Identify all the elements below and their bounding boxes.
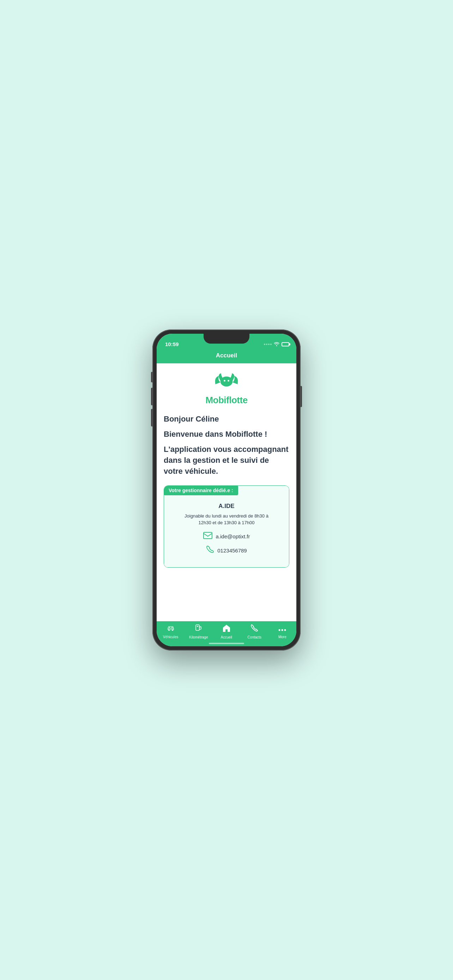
home-indicator xyxy=(209,643,244,644)
svg-point-13 xyxy=(285,629,286,631)
svg-point-1 xyxy=(224,380,226,382)
logo-container: Mobiflotte xyxy=(164,372,289,406)
svg-rect-6 xyxy=(169,627,170,628)
dots-icon xyxy=(278,624,286,633)
nav-header: Accueil xyxy=(157,349,296,363)
manager-badge: Votre gestionnaire dédié.e : xyxy=(164,485,238,495)
home-icon xyxy=(222,624,231,634)
power-button xyxy=(300,386,302,407)
tab-kilometrage-label: Kilométrage xyxy=(189,635,208,639)
svg-point-2 xyxy=(227,380,229,382)
welcome-text: Bienvenue dans Mobiflotte ! xyxy=(164,430,289,439)
svg-rect-8 xyxy=(196,625,199,630)
manager-card: Votre gestionnaire dédié.e : A.IDE Joign… xyxy=(164,485,289,568)
email-icon xyxy=(203,532,212,541)
wifi-icon xyxy=(274,342,280,347)
svg-rect-7 xyxy=(172,627,173,628)
phone-row[interactable]: 0123456789 xyxy=(170,546,283,556)
greeting-text: Bonjour Céline xyxy=(164,414,289,425)
main-content: Mobiflotte Bonjour Céline Bienvenue dans… xyxy=(157,363,296,621)
phone-tab-icon xyxy=(251,624,258,634)
tab-contacts-label: Contacts xyxy=(247,635,261,639)
tab-accueil[interactable]: Accueil xyxy=(216,624,237,639)
email-row[interactable]: a.ide@optixt.fr xyxy=(170,532,283,541)
fuel-icon xyxy=(195,624,202,634)
phone-text: 0123456789 xyxy=(217,547,246,554)
mobiflotte-logo-icon xyxy=(212,372,241,393)
tab-kilometrage[interactable]: Kilométrage xyxy=(188,624,209,639)
svg-point-11 xyxy=(279,629,280,631)
logo-text: Mobiflotte xyxy=(205,395,247,406)
notch xyxy=(203,334,250,344)
page-title: Accueil xyxy=(216,352,237,359)
silent-button xyxy=(151,372,153,382)
tab-more[interactable]: More xyxy=(272,624,293,639)
status-time: 10:59 xyxy=(164,341,178,347)
car-icon xyxy=(167,624,175,633)
status-icons xyxy=(264,342,289,347)
email-text: a.ide@optixt.fr xyxy=(216,533,250,539)
battery-icon xyxy=(281,342,289,347)
manager-card-body: A.IDE Joignable du lundi au vendredi de … xyxy=(164,486,289,567)
manager-name: A.IDE xyxy=(170,503,283,510)
description-text: L'application vous accompagnant dans la … xyxy=(164,444,289,477)
volume-down-button xyxy=(151,409,153,426)
tab-vehicules[interactable]: Véhicules xyxy=(160,624,181,639)
signal-icon xyxy=(264,344,272,345)
volume-up-button xyxy=(151,388,153,405)
manager-hours: Joignable du lundi au vendredi de 8h30 à… xyxy=(170,512,283,527)
tab-more-label: More xyxy=(278,635,286,639)
phone-icon xyxy=(206,546,214,556)
tab-accueil-label: Accueil xyxy=(221,635,232,639)
phone-frame: 10:59 Accueil xyxy=(153,329,300,651)
svg-point-12 xyxy=(281,629,283,631)
tab-vehicules-label: Véhicules xyxy=(163,635,178,639)
phone-screen: 10:59 Accueil xyxy=(157,334,296,646)
svg-rect-3 xyxy=(203,532,212,539)
tab-contacts[interactable]: Contacts xyxy=(244,624,265,639)
svg-point-4 xyxy=(168,629,170,631)
svg-point-5 xyxy=(172,629,173,631)
svg-rect-9 xyxy=(197,626,198,627)
